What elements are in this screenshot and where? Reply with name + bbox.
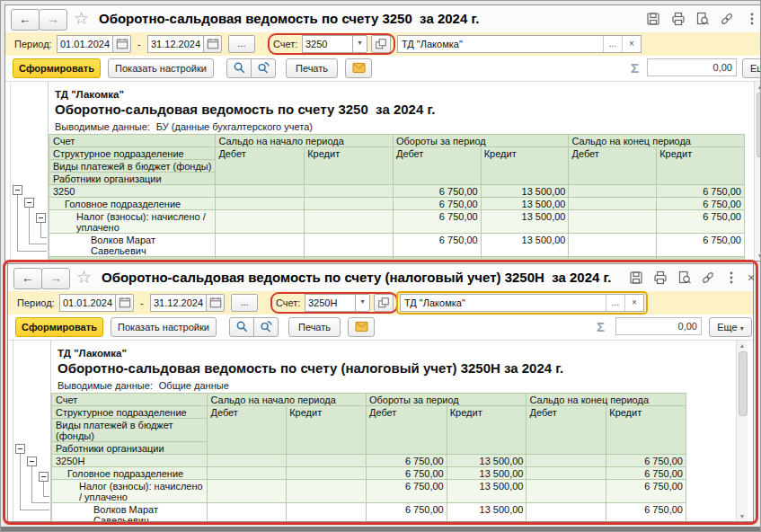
account-open-button[interactable] — [371, 35, 391, 53]
value-cell[interactable] — [208, 467, 287, 480]
favorite-star-icon[interactable]: ☆ — [76, 267, 92, 288]
value-cell[interactable]: 6 750,00 — [657, 185, 745, 198]
row-label-cell[interactable]: Итого — [49, 257, 216, 262]
close-icon[interactable]: × — [743, 270, 759, 287]
value-cell[interactable]: 6 750,00 — [657, 234, 745, 257]
value-cell[interactable]: 13 500,00 — [481, 234, 569, 257]
collapse-group-icon[interactable] — [13, 185, 22, 195]
back-button[interactable]: ← — [13, 268, 42, 289]
value-cell[interactable] — [305, 198, 394, 210]
value-cell[interactable] — [305, 234, 394, 257]
account-dropdown-button[interactable]: ▾ — [355, 294, 370, 312]
row-label-cell[interactable]: Волков Марат Савельевич — [49, 234, 216, 257]
value-cell[interactable] — [216, 234, 305, 257]
row-label-cell[interactable]: Головное подразделение — [49, 198, 216, 210]
value-cell[interactable] — [208, 480, 287, 503]
value-cell[interactable]: 13 500,00 — [447, 467, 527, 480]
print-icon[interactable] — [670, 12, 686, 28]
value-cell[interactable]: 13 500,00 — [447, 503, 527, 522]
value-cell[interactable] — [527, 503, 606, 522]
organization-field[interactable]: ТД "Лакомка" ... × — [400, 294, 644, 312]
more-icon[interactable] — [723, 270, 739, 287]
value-cell[interactable] — [569, 234, 657, 257]
value-cell[interactable] — [208, 455, 287, 467]
value-cell[interactable]: 6 750,00 — [657, 198, 745, 210]
email-button[interactable] — [348, 317, 375, 337]
value-cell[interactable]: 6 750,00 — [393, 257, 481, 262]
period-from-input[interactable] — [57, 35, 113, 53]
forward-button[interactable]: → — [39, 9, 67, 31]
save-icon[interactable] — [628, 270, 644, 287]
value-cell[interactable] — [287, 503, 367, 522]
value-cell[interactable] — [569, 210, 657, 234]
value-cell[interactable] — [527, 480, 606, 503]
value-cell[interactable]: 6 750,00 — [393, 185, 481, 198]
calendar-icon[interactable] — [203, 35, 222, 53]
scroll-down-icon[interactable]: ▼ — [737, 513, 748, 519]
more-actions-button[interactable]: Еще — [742, 58, 761, 78]
calendar-icon[interactable] — [206, 294, 225, 312]
value-cell[interactable] — [216, 210, 305, 234]
value-cell[interactable]: 6 750,00 — [366, 503, 447, 522]
value-cell[interactable]: 13 500,00 — [481, 198, 569, 210]
vertical-scrollbar[interactable]: ▲ ▼ — [754, 82, 761, 261]
value-cell[interactable] — [287, 455, 367, 467]
forward-button[interactable]: → — [41, 268, 70, 289]
value-cell[interactable]: 6 750,00 — [606, 480, 686, 503]
collapse-group-icon[interactable] — [27, 457, 37, 466]
calendar-icon[interactable] — [115, 294, 134, 312]
organization-field[interactable]: ТД "Лакомка" ... × — [397, 35, 642, 53]
org-clear-button[interactable]: × — [622, 36, 641, 52]
collapse-group-icon[interactable] — [24, 198, 34, 208]
print-icon[interactable] — [652, 270, 668, 287]
collapse-group-icon[interactable] — [36, 213, 46, 223]
value-cell[interactable] — [527, 455, 606, 467]
search-button[interactable] — [229, 317, 254, 337]
collapse-group-icon[interactable] — [39, 472, 49, 482]
search-next-icon[interactable] — [253, 317, 279, 337]
search-next-icon[interactable] — [251, 58, 276, 78]
value-cell[interactable] — [208, 503, 287, 522]
email-button[interactable] — [345, 58, 372, 78]
link-icon[interactable] — [700, 270, 716, 287]
scroll-up-icon[interactable]: ▲ — [755, 84, 761, 90]
show-settings-button[interactable]: Показать настройки — [108, 58, 214, 78]
value-cell[interactable]: 13 500,00 — [481, 185, 569, 198]
value-cell[interactable]: 13 500,00 — [447, 480, 527, 503]
period-from-input[interactable] — [59, 294, 116, 312]
calendar-icon[interactable] — [112, 35, 131, 53]
row-label-cell[interactable]: Волков Марат Савельевич — [52, 503, 208, 522]
value-cell[interactable]: 6 750,00 — [657, 210, 745, 234]
generate-button[interactable]: Сформировать — [13, 58, 101, 78]
value-cell[interactable]: 6 750,00 — [366, 455, 447, 467]
link-icon[interactable] — [719, 12, 735, 28]
sum-field[interactable] — [615, 317, 702, 335]
value-cell[interactable] — [216, 185, 305, 198]
value-cell[interactable] — [305, 257, 394, 262]
scroll-up-icon[interactable]: ▲ — [737, 342, 748, 349]
row-label-cell[interactable]: Налог (взносы): начислено / уплачено — [49, 210, 216, 234]
value-cell[interactable]: 13 500,00 — [481, 210, 569, 234]
value-cell[interactable] — [569, 257, 657, 262]
generate-button[interactable]: Сформировать — [15, 317, 103, 337]
collapse-group-icon[interactable] — [15, 444, 25, 454]
value-cell[interactable]: 6 750,00 — [366, 480, 447, 503]
value-cell[interactable] — [569, 185, 657, 198]
value-cell[interactable]: 6 750,00 — [606, 455, 686, 467]
sum-field[interactable] — [647, 58, 737, 76]
scrollbar-thumb[interactable] — [757, 93, 761, 157]
account-input[interactable] — [302, 35, 353, 53]
period-to-input[interactable] — [147, 35, 204, 53]
favorite-star-icon[interactable]: ☆ — [74, 8, 89, 29]
scrollbar-thumb[interactable] — [739, 351, 748, 416]
more-icon[interactable] — [744, 12, 760, 28]
account-input[interactable] — [305, 294, 356, 312]
value-cell[interactable]: 6 750,00 — [393, 210, 481, 234]
value-cell[interactable] — [305, 185, 394, 198]
value-cell[interactable] — [305, 210, 394, 234]
value-cell[interactable]: 6 750,00 — [657, 257, 745, 262]
print-report-button[interactable]: Печать — [288, 317, 341, 337]
show-settings-button[interactable]: Показать настройки — [111, 317, 217, 337]
value-cell[interactable] — [527, 467, 606, 480]
value-cell[interactable]: 13 500,00 — [481, 257, 569, 262]
